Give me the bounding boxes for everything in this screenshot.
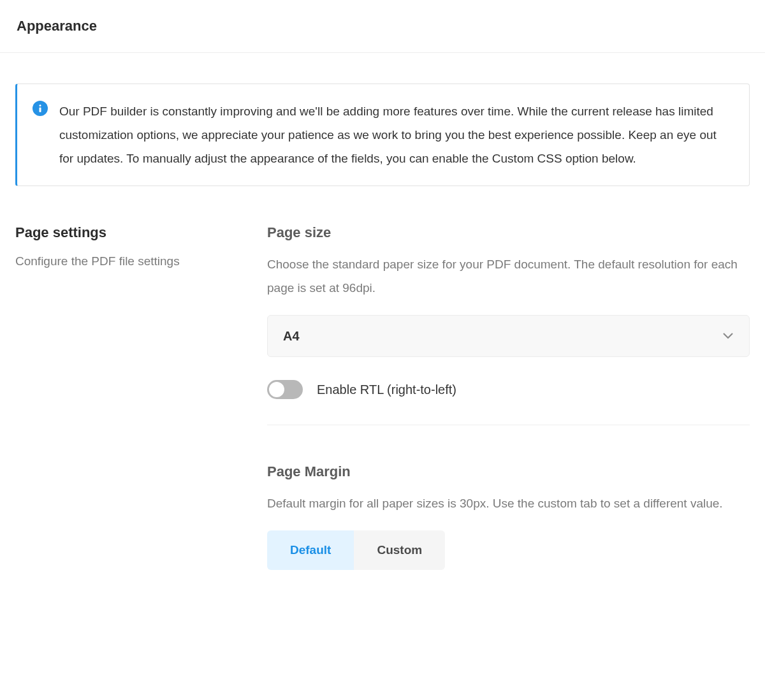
- svg-point-0: [40, 105, 41, 106]
- settings-section: Page settings Configure the PDF file set…: [15, 224, 750, 593]
- info-banner: Our PDF builder is constantly improving …: [15, 84, 750, 186]
- page-margin-field: Page Margin Default margin for all paper…: [267, 463, 750, 570]
- toggle-knob: [269, 382, 284, 397]
- info-icon: [33, 101, 48, 116]
- page-size-field: Page size Choose the standard paper size…: [267, 224, 750, 399]
- margin-tab-group: Default Custom: [267, 530, 445, 570]
- tab-custom[interactable]: Custom: [354, 530, 445, 570]
- section-subtitle: Configure the PDF file settings: [15, 252, 267, 271]
- section-title: Page settings: [15, 224, 267, 241]
- page-size-value: A4: [283, 329, 300, 344]
- info-text: Our PDF builder is constantly improving …: [59, 99, 731, 170]
- page-title: Appearance: [17, 18, 748, 34]
- rtl-toggle-row: Enable RTL (right-to-left): [267, 380, 750, 399]
- page-margin-label: Page Margin: [267, 463, 750, 480]
- page-size-select[interactable]: A4: [267, 315, 750, 357]
- chevron-down-icon: [722, 330, 734, 342]
- section-right: Page size Choose the standard paper size…: [267, 224, 750, 593]
- page-size-label: Page size: [267, 224, 750, 241]
- page-header: Appearance: [0, 0, 765, 53]
- divider: [267, 425, 750, 425]
- rtl-toggle[interactable]: [267, 380, 303, 399]
- page-margin-description: Default margin for all paper sizes is 30…: [267, 492, 750, 515]
- tab-default[interactable]: Default: [267, 530, 354, 570]
- svg-rect-1: [40, 108, 41, 113]
- page-content: Our PDF builder is constantly improving …: [0, 53, 765, 631]
- rtl-toggle-label: Enable RTL (right-to-left): [317, 383, 456, 397]
- section-left: Page settings Configure the PDF file set…: [15, 224, 267, 593]
- page-size-description: Choose the standard paper size for your …: [267, 252, 750, 300]
